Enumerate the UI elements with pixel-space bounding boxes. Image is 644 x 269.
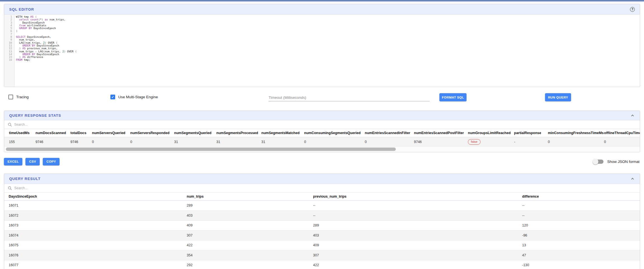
code-text: )	[14, 30, 18, 32]
multistage-engine-checkbox[interactable]: ✓ Use Multi-Stage Engine	[110, 95, 158, 99]
stats-table-row: 1559746974600313131009746false-00	[4, 137, 640, 147]
result-cell: 16073	[9, 223, 187, 227]
result-cell: 16075	[9, 243, 187, 247]
code-line: 6)	[4, 30, 640, 32]
stats-column-header[interactable]: numServersQueried	[92, 131, 130, 135]
result-column-header[interactable]: num_trips	[187, 195, 313, 198]
export-bar: EXCEL CSV COPY Show JSON format	[4, 157, 640, 166]
stats-table-head: timeUsedMsnumDocsScannedtotalDocsnumServ…	[4, 129, 640, 137]
stats-cell: 31	[261, 140, 304, 144]
line-number: 7	[4, 33, 14, 36]
stats-header: QUERY RESPONSE STATS	[4, 111, 640, 120]
checkbox-unchecked-icon[interactable]	[8, 95, 13, 99]
show-json-label: Show JSON format	[607, 160, 640, 164]
result-cell: 422	[187, 243, 313, 247]
code-line: 5 GROUP BY DaysSinceEpoch	[4, 27, 640, 30]
code-line: 10 LAG(num_trips, 2) OVER (	[4, 41, 640, 44]
stats-column-header[interactable]: partialResponse	[514, 131, 548, 135]
csv-button[interactable]: CSV	[25, 158, 40, 165]
stats-cell: 155	[9, 140, 35, 144]
chevron-up-icon[interactable]	[630, 113, 635, 118]
result-search-input[interactable]	[14, 186, 132, 190]
stats-column-header[interactable]: numServersResponded	[130, 131, 174, 135]
sql-editor-panel: SQL EDITOR ? 1WITH tmp AS (2 select coun…	[4, 4, 640, 87]
run-query-button[interactable]: RUN QUERY	[545, 93, 571, 101]
result-cell: 292	[187, 263, 313, 267]
stats-column-header[interactable]: offlineThreadCpuTimeNs	[604, 131, 640, 135]
stats-column-header[interactable]: numSegmentsProcessed	[216, 131, 261, 135]
stats-column-header[interactable]: timeUsedMs	[9, 131, 35, 135]
stats-title: QUERY RESPONSE STATS	[9, 113, 61, 118]
result-cell: --	[522, 203, 640, 207]
format-sql-button[interactable]: FORMAT SQL	[439, 93, 467, 101]
excel-button[interactable]: EXCEL	[4, 158, 22, 165]
chevron-up-icon[interactable]	[630, 177, 635, 181]
result-cell: 409	[187, 223, 313, 227]
line-number: 16	[4, 59, 14, 61]
code-line: 12 ) AS previous_num_trips,	[4, 47, 640, 50]
stats-column-header[interactable]: numSegmentsMatched	[261, 131, 304, 135]
result-cell: --	[522, 214, 640, 217]
result-column-header[interactable]: previous_num_trips	[313, 195, 522, 198]
stats-cell: false	[468, 139, 514, 145]
result-cell: 403	[187, 214, 313, 217]
copy-button[interactable]: COPY	[43, 158, 60, 165]
result-cell: -130	[522, 263, 640, 267]
show-json-control: Show JSON format	[593, 160, 640, 164]
stats-column-header[interactable]: numConsumingSegmentsQueried	[304, 131, 365, 135]
result-column-header[interactable]: difference	[522, 195, 640, 198]
table-row: 16073409289120	[4, 221, 640, 231]
table-row: 1607542240913	[4, 240, 640, 251]
line-number: 6	[4, 30, 14, 32]
stats-cell: 31	[174, 140, 216, 144]
result-cell: --	[313, 203, 522, 207]
stats-cell: 31	[216, 140, 261, 144]
stats-column-header[interactable]: numGroupsLimitReached	[468, 131, 514, 135]
result-column-header[interactable]: DaysSinceEpoch	[9, 195, 187, 198]
result-cell: 13	[522, 243, 640, 247]
line-number: 5	[4, 27, 14, 30]
line-number: 4	[4, 24, 14, 27]
stats-column-header[interactable]: numSegmentsQueried	[174, 131, 216, 135]
line-number: 3	[4, 21, 14, 24]
multistage-engine-label: Use Multi-Stage Engine	[118, 95, 158, 99]
stats-cell: 0	[304, 140, 365, 144]
stats-column-header[interactable]: numDocsScanned	[35, 131, 70, 135]
code-line: 16FROM tmp;	[4, 59, 640, 61]
search-icon	[8, 186, 12, 190]
timeout-input[interactable]	[269, 94, 430, 101]
result-cell: 289	[187, 203, 313, 207]
result-cell: 354	[187, 253, 313, 257]
stats-cell: 0	[604, 140, 640, 144]
result-cell: 422	[313, 263, 522, 267]
result-cell: 307	[313, 253, 522, 257]
help-icon[interactable]: ?	[630, 7, 635, 12]
table-row: 16072403----	[4, 211, 640, 221]
table-row: 16077292422-130	[4, 260, 640, 269]
sql-code-editor[interactable]: 1WITH tmp AS (2 select count(*) as num_t…	[4, 15, 640, 87]
code-line: 14 ORDER BY DaysSinceEpoch	[4, 53, 640, 56]
tracing-label: Tracing	[16, 95, 29, 99]
code-text: FROM tmp;	[14, 59, 30, 61]
scrollbar-thumb[interactable]	[6, 148, 396, 151]
search-icon	[8, 123, 12, 127]
code-line: 7	[4, 33, 640, 36]
result-cell: 16076	[9, 253, 187, 257]
stats-column-header[interactable]: numEntriesScannedInFilter	[365, 131, 414, 135]
checkbox-checked-icon[interactable]: ✓	[110, 95, 115, 99]
show-json-toggle[interactable]	[593, 160, 603, 164]
line-number: 1	[4, 15, 14, 18]
stats-cell: 9746	[414, 140, 468, 144]
toggle-thumb[interactable]	[593, 159, 598, 165]
stats-column-header[interactable]: totalDocs	[70, 131, 92, 135]
stats-column-header[interactable]: minConsumingFreshnessTimeMs	[548, 131, 604, 135]
line-number: 8	[4, 36, 14, 38]
stats-column-header[interactable]: numEntriesScannedPostFilter	[414, 131, 468, 135]
result-header: QUERY RESULT	[4, 174, 640, 184]
result-cell: 409	[313, 243, 522, 247]
code-line: 2 select count(*) as num_trips,	[4, 18, 640, 21]
app-top-bar	[0, 0, 644, 2]
tracing-checkbox[interactable]: Tracing	[8, 95, 29, 99]
stats-search-input[interactable]	[14, 123, 132, 127]
code-line: 8SELECT DaysSinceEpoch,	[4, 36, 640, 38]
